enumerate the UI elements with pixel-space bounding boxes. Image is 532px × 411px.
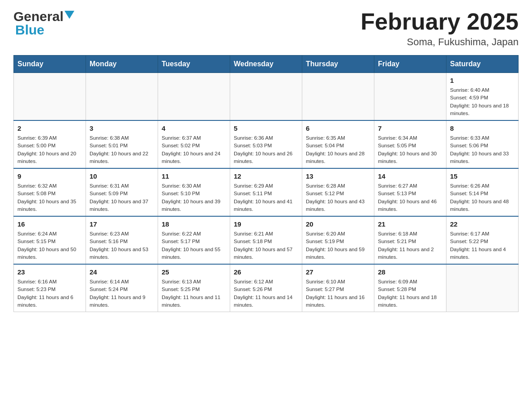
day-number: 20 [306, 219, 370, 229]
day-info: Sunrise: 6:24 AMSunset: 5:15 PMDaylight:… [17, 230, 82, 261]
table-row: 18Sunrise: 6:22 AMSunset: 5:17 PMDayligh… [158, 216, 230, 264]
day-info: Sunrise: 6:39 AMSunset: 5:00 PMDaylight:… [17, 134, 82, 165]
calendar-title: February 2025 [360, 9, 519, 34]
table-row: 17Sunrise: 6:23 AMSunset: 5:16 PMDayligh… [86, 216, 158, 264]
table-row [14, 73, 86, 121]
day-number: 26 [234, 267, 298, 277]
day-number: 12 [234, 171, 298, 181]
day-number: 24 [90, 267, 154, 277]
day-info: Sunrise: 6:32 AMSunset: 5:08 PMDaylight:… [17, 182, 82, 213]
calendar-subtitle: Soma, Fukushima, Japan [360, 36, 519, 48]
logo-blue: Blue [15, 22, 44, 37]
table-row [158, 73, 230, 121]
svg-marker-0 [64, 11, 74, 19]
logo-general: General [13, 9, 64, 24]
calendar-week-row: 16Sunrise: 6:24 AMSunset: 5:15 PMDayligh… [14, 216, 519, 264]
day-info: Sunrise: 6:40 AMSunset: 4:59 PMDaylight:… [450, 86, 515, 117]
table-row: 4Sunrise: 6:37 AMSunset: 5:02 PMDaylight… [158, 120, 230, 168]
day-number: 9 [17, 171, 82, 181]
day-info: Sunrise: 6:20 AMSunset: 5:19 PMDaylight:… [306, 230, 370, 261]
table-row: 26Sunrise: 6:12 AMSunset: 5:26 PMDayligh… [230, 264, 302, 312]
table-row: 23Sunrise: 6:16 AMSunset: 5:23 PMDayligh… [14, 264, 86, 312]
logo: General Blue [13, 9, 74, 38]
day-info: Sunrise: 6:37 AMSunset: 5:02 PMDaylight:… [162, 134, 226, 165]
table-row: 16Sunrise: 6:24 AMSunset: 5:15 PMDayligh… [14, 216, 86, 264]
table-row: 9Sunrise: 6:32 AMSunset: 5:08 PMDaylight… [14, 168, 86, 216]
page-header: General Blue February 2025 Soma, Fukushi… [13, 9, 519, 48]
calendar-week-row: 2Sunrise: 6:39 AMSunset: 5:00 PMDaylight… [14, 120, 519, 168]
day-number: 7 [378, 124, 442, 133]
day-number: 16 [17, 219, 82, 229]
day-number: 17 [90, 219, 154, 229]
col-friday: Friday [374, 56, 446, 73]
day-info: Sunrise: 6:36 AMSunset: 5:03 PMDaylight:… [234, 134, 298, 165]
table-row: 21Sunrise: 6:18 AMSunset: 5:21 PMDayligh… [374, 216, 446, 264]
col-sunday: Sunday [14, 56, 86, 73]
table-row: 20Sunrise: 6:20 AMSunset: 5:19 PMDayligh… [302, 216, 374, 264]
table-row: 24Sunrise: 6:14 AMSunset: 5:24 PMDayligh… [86, 264, 158, 312]
day-info: Sunrise: 6:13 AMSunset: 5:25 PMDaylight:… [162, 278, 226, 309]
day-info: Sunrise: 6:33 AMSunset: 5:06 PMDaylight:… [450, 134, 515, 165]
day-number: 10 [90, 171, 154, 181]
day-info: Sunrise: 6:18 AMSunset: 5:21 PMDaylight:… [378, 230, 442, 261]
day-info: Sunrise: 6:12 AMSunset: 5:26 PMDaylight:… [234, 278, 298, 309]
calendar-header-row: Sunday Monday Tuesday Wednesday Thursday… [14, 56, 519, 73]
table-row: 6Sunrise: 6:35 AMSunset: 5:04 PMDaylight… [302, 120, 374, 168]
day-number: 21 [378, 219, 442, 229]
day-info: Sunrise: 6:14 AMSunset: 5:24 PMDaylight:… [90, 278, 154, 309]
calendar-table: Sunday Monday Tuesday Wednesday Thursday… [13, 55, 519, 312]
day-number: 8 [450, 124, 515, 133]
col-thursday: Thursday [302, 56, 374, 73]
title-section: February 2025 Soma, Fukushima, Japan [360, 9, 519, 48]
day-info: Sunrise: 6:21 AMSunset: 5:18 PMDaylight:… [234, 230, 298, 261]
day-number: 6 [306, 124, 370, 133]
table-row: 1Sunrise: 6:40 AMSunset: 4:59 PMDaylight… [446, 73, 519, 121]
day-number: 28 [378, 267, 442, 277]
day-info: Sunrise: 6:10 AMSunset: 5:27 PMDaylight:… [306, 278, 370, 309]
day-info: Sunrise: 6:29 AMSunset: 5:11 PMDaylight:… [234, 182, 298, 213]
table-row: 10Sunrise: 6:31 AMSunset: 5:09 PMDayligh… [86, 168, 158, 216]
day-info: Sunrise: 6:31 AMSunset: 5:09 PMDaylight:… [90, 182, 154, 213]
table-row [302, 73, 374, 121]
day-number: 1 [450, 76, 515, 85]
table-row: 3Sunrise: 6:38 AMSunset: 5:01 PMDaylight… [86, 120, 158, 168]
col-wednesday: Wednesday [230, 56, 302, 73]
table-row: 15Sunrise: 6:26 AMSunset: 5:14 PMDayligh… [446, 168, 519, 216]
day-number: 22 [450, 219, 515, 229]
col-tuesday: Tuesday [158, 56, 230, 73]
day-info: Sunrise: 6:23 AMSunset: 5:16 PMDaylight:… [90, 230, 154, 261]
calendar-week-row: 9Sunrise: 6:32 AMSunset: 5:08 PMDaylight… [14, 168, 519, 216]
table-row: 7Sunrise: 6:34 AMSunset: 5:05 PMDaylight… [374, 120, 446, 168]
table-row: 12Sunrise: 6:29 AMSunset: 5:11 PMDayligh… [230, 168, 302, 216]
table-row: 27Sunrise: 6:10 AMSunset: 5:27 PMDayligh… [302, 264, 374, 312]
day-info: Sunrise: 6:28 AMSunset: 5:12 PMDaylight:… [306, 182, 370, 213]
day-info: Sunrise: 6:38 AMSunset: 5:01 PMDaylight:… [90, 134, 154, 165]
day-number: 2 [17, 124, 82, 133]
day-number: 25 [162, 267, 226, 277]
table-row [374, 73, 446, 121]
table-row: 8Sunrise: 6:33 AMSunset: 5:06 PMDaylight… [446, 120, 519, 168]
table-row: 25Sunrise: 6:13 AMSunset: 5:25 PMDayligh… [158, 264, 230, 312]
day-number: 14 [378, 171, 442, 181]
table-row: 22Sunrise: 6:17 AMSunset: 5:22 PMDayligh… [446, 216, 519, 264]
day-number: 5 [234, 124, 298, 133]
day-number: 3 [90, 124, 154, 133]
day-info: Sunrise: 6:34 AMSunset: 5:05 PMDaylight:… [378, 134, 442, 165]
day-number: 13 [306, 171, 370, 181]
day-info: Sunrise: 6:35 AMSunset: 5:04 PMDaylight:… [306, 134, 370, 165]
day-number: 4 [162, 124, 226, 133]
day-number: 11 [162, 171, 226, 181]
table-row [446, 264, 519, 312]
day-info: Sunrise: 6:30 AMSunset: 5:10 PMDaylight:… [162, 182, 226, 213]
table-row [86, 73, 158, 121]
day-info: Sunrise: 6:27 AMSunset: 5:13 PMDaylight:… [378, 182, 442, 213]
table-row: 11Sunrise: 6:30 AMSunset: 5:10 PMDayligh… [158, 168, 230, 216]
table-row [230, 73, 302, 121]
calendar-week-row: 23Sunrise: 6:16 AMSunset: 5:23 PMDayligh… [14, 264, 519, 312]
table-row: 19Sunrise: 6:21 AMSunset: 5:18 PMDayligh… [230, 216, 302, 264]
col-saturday: Saturday [446, 56, 519, 73]
day-info: Sunrise: 6:16 AMSunset: 5:23 PMDaylight:… [17, 278, 82, 309]
day-number: 23 [17, 267, 82, 277]
day-info: Sunrise: 6:26 AMSunset: 5:14 PMDaylight:… [450, 182, 515, 213]
table-row: 14Sunrise: 6:27 AMSunset: 5:13 PMDayligh… [374, 168, 446, 216]
